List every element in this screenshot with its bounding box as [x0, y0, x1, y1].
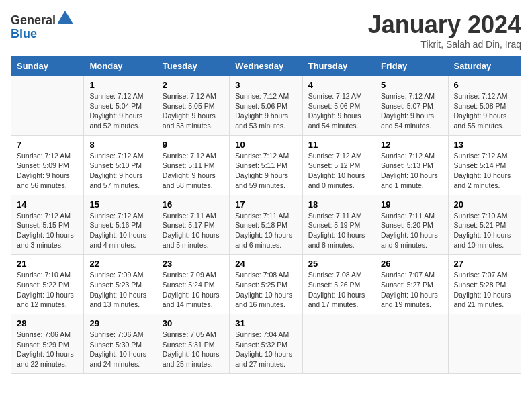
day-info: Sunrise: 7:12 AMSunset: 5:08 PMDaylight:… — [454, 91, 515, 131]
day-number: 22 — [89, 259, 150, 269]
calendar-week-row: 21Sunrise: 7:10 AMSunset: 5:22 PMDayligh… — [11, 255, 521, 314]
day-info: Sunrise: 7:12 AMSunset: 5:12 PMDaylight:… — [308, 151, 369, 191]
calendar-day-cell — [11, 76, 84, 136]
calendar-day-cell: 18Sunrise: 7:11 AMSunset: 5:19 PMDayligh… — [302, 195, 375, 255]
calendar-week-row: 28Sunrise: 7:06 AMSunset: 5:29 PMDayligh… — [11, 314, 521, 374]
day-info: Sunrise: 7:12 AMSunset: 5:06 PMDaylight:… — [308, 91, 369, 131]
day-info: Sunrise: 7:11 AMSunset: 5:17 PMDaylight:… — [163, 211, 224, 250]
calendar-day-cell: 7Sunrise: 7:12 AMSunset: 5:09 PMDaylight… — [11, 135, 84, 195]
day-number: 15 — [89, 199, 150, 210]
calendar-day-cell: 1Sunrise: 7:12 AMSunset: 5:04 PMDaylight… — [84, 76, 157, 136]
day-info: Sunrise: 7:12 AMSunset: 5:09 PMDaylight:… — [17, 151, 78, 191]
calendar-day-cell: 27Sunrise: 7:07 AMSunset: 5:28 PMDayligh… — [448, 255, 521, 314]
day-info: Sunrise: 7:06 AMSunset: 5:29 PMDaylight:… — [17, 330, 78, 369]
calendar-day-cell: 21Sunrise: 7:10 AMSunset: 5:22 PMDayligh… — [11, 255, 84, 314]
title-area: January 2024 Tikrit, Salah ad Din, Iraq — [368, 11, 521, 50]
day-info: Sunrise: 7:12 AMSunset: 5:07 PMDaylight:… — [381, 91, 442, 131]
day-number: 3 — [235, 80, 296, 90]
calendar-day-cell: 15Sunrise: 7:12 AMSunset: 5:16 PMDayligh… — [84, 195, 157, 255]
svg-marker-0 — [57, 11, 73, 24]
calendar-day-cell: 26Sunrise: 7:07 AMSunset: 5:27 PMDayligh… — [375, 255, 448, 314]
calendar-day-cell — [375, 314, 448, 374]
weekday-header-cell: Monday — [84, 57, 157, 76]
calendar-day-cell: 30Sunrise: 7:05 AMSunset: 5:31 PMDayligh… — [157, 314, 229, 374]
day-info: Sunrise: 7:12 AMSunset: 5:10 PMDaylight:… — [89, 151, 150, 191]
day-number: 8 — [89, 140, 150, 150]
calendar-day-cell: 9Sunrise: 7:12 AMSunset: 5:11 PMDaylight… — [157, 135, 229, 195]
day-number: 11 — [308, 140, 369, 150]
calendar-day-cell — [302, 314, 375, 374]
calendar-day-cell: 14Sunrise: 7:12 AMSunset: 5:15 PMDayligh… — [11, 195, 84, 255]
weekday-header-cell: Tuesday — [157, 57, 229, 76]
day-number: 1 — [89, 80, 150, 90]
calendar-day-cell: 6Sunrise: 7:12 AMSunset: 5:08 PMDaylight… — [448, 76, 521, 136]
weekday-header-cell: Thursday — [302, 57, 375, 76]
day-number: 27 — [454, 259, 515, 269]
day-info: Sunrise: 7:11 AMSunset: 5:20 PMDaylight:… — [381, 211, 442, 250]
logo: General Blue — [11, 11, 73, 41]
day-info: Sunrise: 7:07 AMSunset: 5:27 PMDaylight:… — [381, 270, 442, 310]
day-number: 16 — [163, 199, 224, 210]
day-number: 23 — [163, 259, 224, 269]
day-info: Sunrise: 7:12 AMSunset: 5:14 PMDaylight:… — [454, 151, 515, 191]
calendar-day-cell: 10Sunrise: 7:12 AMSunset: 5:11 PMDayligh… — [230, 135, 302, 195]
calendar-day-cell — [448, 314, 521, 374]
calendar-day-cell: 16Sunrise: 7:11 AMSunset: 5:17 PMDayligh… — [157, 195, 229, 255]
day-number: 28 — [17, 318, 78, 328]
day-info: Sunrise: 7:12 AMSunset: 5:11 PMDaylight:… — [163, 151, 224, 191]
calendar-table: SundayMondayTuesdayWednesdayThursdayFrid… — [11, 56, 521, 374]
logo-icon — [57, 11, 73, 24]
calendar-day-cell: 11Sunrise: 7:12 AMSunset: 5:12 PMDayligh… — [302, 135, 375, 195]
day-number: 29 — [89, 318, 150, 328]
day-number: 9 — [163, 140, 224, 150]
calendar-day-cell: 20Sunrise: 7:10 AMSunset: 5:21 PMDayligh… — [448, 195, 521, 255]
calendar-day-cell: 31Sunrise: 7:04 AMSunset: 5:32 PMDayligh… — [230, 314, 302, 374]
calendar-day-cell: 8Sunrise: 7:12 AMSunset: 5:10 PMDaylight… — [84, 135, 157, 195]
calendar-day-cell: 29Sunrise: 7:06 AMSunset: 5:30 PMDayligh… — [84, 314, 157, 374]
day-info: Sunrise: 7:12 AMSunset: 5:13 PMDaylight:… — [381, 151, 442, 191]
calendar-day-cell: 2Sunrise: 7:12 AMSunset: 5:05 PMDaylight… — [157, 76, 229, 136]
weekday-header-cell: Sunday — [11, 57, 84, 76]
day-number: 31 — [235, 318, 296, 328]
logo-general-text: General — [11, 13, 56, 27]
day-number: 18 — [308, 199, 369, 210]
calendar-week-row: 7Sunrise: 7:12 AMSunset: 5:09 PMDaylight… — [11, 135, 521, 195]
calendar-day-cell: 5Sunrise: 7:12 AMSunset: 5:07 PMDaylight… — [375, 76, 448, 136]
day-number: 2 — [163, 80, 224, 90]
weekday-header-cell: Friday — [375, 57, 448, 76]
month-title: January 2024 — [368, 11, 521, 39]
day-number: 13 — [454, 140, 515, 150]
day-info: Sunrise: 7:12 AMSunset: 5:15 PMDaylight:… — [17, 211, 78, 250]
calendar-day-cell: 22Sunrise: 7:09 AMSunset: 5:23 PMDayligh… — [84, 255, 157, 314]
day-info: Sunrise: 7:10 AMSunset: 5:22 PMDaylight:… — [17, 270, 78, 310]
day-number: 20 — [454, 199, 515, 210]
day-info: Sunrise: 7:12 AMSunset: 5:06 PMDaylight:… — [235, 91, 296, 131]
day-info: Sunrise: 7:08 AMSunset: 5:25 PMDaylight:… — [235, 270, 296, 310]
day-number: 12 — [381, 140, 442, 150]
calendar-week-row: 1Sunrise: 7:12 AMSunset: 5:04 PMDaylight… — [11, 76, 521, 136]
calendar-day-cell: 28Sunrise: 7:06 AMSunset: 5:29 PMDayligh… — [11, 314, 84, 374]
day-info: Sunrise: 7:08 AMSunset: 5:26 PMDaylight:… — [308, 270, 369, 310]
day-info: Sunrise: 7:12 AMSunset: 5:11 PMDaylight:… — [235, 151, 296, 191]
day-info: Sunrise: 7:09 AMSunset: 5:24 PMDaylight:… — [163, 270, 224, 310]
day-number: 5 — [381, 80, 442, 90]
day-info: Sunrise: 7:06 AMSunset: 5:30 PMDaylight:… — [89, 330, 150, 369]
weekday-header-cell: Wednesday — [230, 57, 302, 76]
calendar-day-cell: 17Sunrise: 7:11 AMSunset: 5:18 PMDayligh… — [230, 195, 302, 255]
page-header: General Blue January 2024 Tikrit, Salah … — [11, 11, 521, 50]
day-info: Sunrise: 7:12 AMSunset: 5:04 PMDaylight:… — [89, 91, 150, 131]
day-info: Sunrise: 7:04 AMSunset: 5:32 PMDaylight:… — [235, 330, 296, 369]
day-info: Sunrise: 7:07 AMSunset: 5:28 PMDaylight:… — [454, 270, 515, 310]
day-number: 17 — [235, 199, 296, 210]
day-number: 30 — [163, 318, 224, 328]
calendar-day-cell: 19Sunrise: 7:11 AMSunset: 5:20 PMDayligh… — [375, 195, 448, 255]
calendar-day-cell: 24Sunrise: 7:08 AMSunset: 5:25 PMDayligh… — [230, 255, 302, 314]
day-number: 7 — [17, 140, 78, 150]
calendar-day-cell: 3Sunrise: 7:12 AMSunset: 5:06 PMDaylight… — [230, 76, 302, 136]
calendar-day-cell: 13Sunrise: 7:12 AMSunset: 5:14 PMDayligh… — [448, 135, 521, 195]
day-number: 19 — [381, 199, 442, 210]
day-info: Sunrise: 7:11 AMSunset: 5:18 PMDaylight:… — [235, 211, 296, 250]
calendar-day-cell: 12Sunrise: 7:12 AMSunset: 5:13 PMDayligh… — [375, 135, 448, 195]
day-number: 25 — [308, 259, 369, 269]
location-text: Tikrit, Salah ad Din, Iraq — [368, 39, 521, 50]
